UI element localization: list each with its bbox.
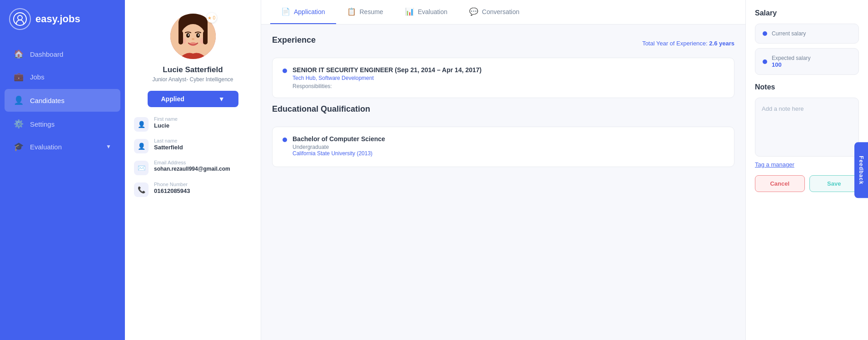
experience-card-1: SENIOR IT SECURITY ENGINEER (Sep 21, 201… [272,58,734,98]
profile-title: Junior Analyst- Cyber Intelligence [152,76,233,83]
card-dot [283,69,287,73]
salary-dot [763,59,767,64]
notes-section-title: Notes [755,83,859,91]
sidebar-item-dashboard[interactable]: 🏠 Dashboard [0,43,125,65]
feedback-button[interactable]: Feedback [854,142,868,198]
chevron-down-icon: ▼ [218,95,225,103]
details-panel: 📄 Application 📋 Resume 📊 Evaluation 💬 Co… [261,0,745,340]
logo-icon [9,8,31,30]
home-icon: 🏠 [14,49,24,59]
field-lastname: 👤 Last name Satterfield [134,138,252,153]
tab-evaluation[interactable]: 📊 Evaluation [394,0,458,24]
experience-header: Experience Total Year of Experience: 2.6… [272,35,734,51]
svg-point-1 [18,15,22,20]
sidebar-item-label: Dashboard [30,50,63,58]
sidebar: easy.jobs 🏠 Dashboard 💼 Jobs 👤 Candidate… [0,0,125,340]
person-icon: 👤 [134,117,149,132]
nav-items: 🏠 Dashboard 💼 Jobs 👤 Candidates ⚙️ Setti… [0,43,125,158]
tab-application[interactable]: 📄 Application [270,0,336,24]
jobs-icon: 💼 [14,72,24,82]
sidebar-item-settings[interactable]: ⚙️ Settings [0,113,125,135]
experience-meta: Total Year of Experience: 2.6 years [642,40,734,47]
main-content: ★ 0 Lucie Satterfield Junior Analyst- Cy… [125,0,868,340]
tabs-bar: 📄 Application 📋 Resume 📊 Evaluation 💬 Co… [261,0,745,25]
logo-area: easy.jobs [0,0,125,38]
field-email: ✉️ Email Address sohan.rezaull994@gmail.… [134,160,252,175]
svg-point-11 [189,42,197,46]
right-panel: Salary Current salary Expected salary 10… [745,0,868,340]
save-button[interactable]: Save [809,175,859,192]
experience-title: Experience [272,35,316,45]
profile-name: Lucie Satterfield [163,65,223,74]
profile-fields: 👤 First name Lucie 👤 Last name Satterfie… [134,116,252,197]
sidebar-item-evaluation[interactable]: 🎓 Evaluation ▼ [0,135,125,158]
application-tab-icon: 📄 [281,7,290,16]
sidebar-item-label: Jobs [30,73,45,81]
current-salary-card: Current salary [755,24,859,44]
field-firstname: 👤 First name Lucie [134,116,252,132]
tab-resume[interactable]: 📋 Resume [336,0,394,24]
svg-point-10 [192,38,194,40]
details-content: Experience Total Year of Experience: 2.6… [261,25,745,340]
education-title: Educational Qualification [272,104,370,114]
notes-textarea[interactable]: Add a note here [755,98,859,157]
candidates-icon: 👤 [14,95,24,105]
chevron-down-icon: ▼ [106,143,111,150]
sidebar-item-jobs[interactable]: 💼 Jobs [0,65,125,88]
expected-salary-card: Expected salary 100 [755,48,859,75]
profile-panel: ★ 0 Lucie Satterfield Junior Analyst- Cy… [125,0,261,340]
notes-placeholder: Add a note here [762,105,804,112]
svg-rect-15 [179,31,183,44]
tag-manager-link[interactable]: Tag a manager [755,161,859,168]
tab-conversation[interactable]: 💬 Conversation [458,0,531,24]
settings-icon: ⚙️ [14,119,24,129]
action-buttons: Cancel Save [755,175,859,192]
phone-icon: 📞 [134,182,149,197]
education-card-1: Bachelor of Computer Science Undergradua… [272,127,734,167]
sidebar-item-label: Evaluation [30,143,62,151]
status-button[interactable]: Applied ▼ [148,91,238,107]
education-header: Educational Qualification [272,104,734,120]
svg-point-9 [198,34,199,36]
avatar-wrap: ★ 0 [170,14,216,59]
svg-point-8 [188,34,189,36]
email-icon: ✉️ [134,161,149,175]
person-icon: 👤 [134,139,149,153]
sidebar-item-candidates[interactable]: 👤 Candidates [5,89,120,112]
sidebar-item-label: Candidates [30,97,64,104]
salary-dot [763,31,767,36]
conversation-tab-icon: 💬 [469,7,478,16]
evaluation-tab-icon: 📊 [405,7,414,16]
svg-rect-16 [203,31,208,44]
logo-text: easy.jobs [35,13,80,25]
salary-section-title: Salary [755,9,859,17]
field-phone: 📞 Phone Number 01612085943 [134,182,252,197]
card-dot [283,138,287,142]
sidebar-item-label: Settings [30,120,55,128]
evaluation-icon: 🎓 [14,142,24,152]
cancel-button[interactable]: Cancel [755,175,805,192]
resume-tab-icon: 📋 [347,7,356,16]
svg-point-0 [14,13,26,25]
star-badge: ★ 0 [207,13,217,23]
